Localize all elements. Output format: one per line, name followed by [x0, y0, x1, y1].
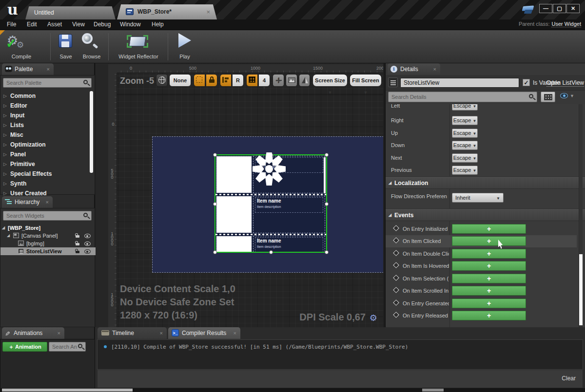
menu-edit[interactable]: Edit: [27, 21, 37, 28]
palette-category-common[interactable]: ▷Common: [0, 91, 92, 101]
resize-handle[interactable]: [269, 250, 273, 254]
close-icon[interactable]: ×: [160, 327, 163, 339]
preview-none-dropdown[interactable]: None: [169, 74, 191, 87]
widget-name-input[interactable]: [400, 78, 519, 88]
compiler-results-panel-tab[interactable]: >_ Compiler Results ×: [168, 327, 240, 339]
close-icon[interactable]: ×: [206, 4, 210, 19]
compile-log-line[interactable]: [2110,10] Compile of WBP_Store successfu…: [111, 344, 408, 350]
resize-handle[interactable]: [325, 250, 329, 254]
asset-tab-wbp-store[interactable]: WBP_Store* ×: [117, 4, 217, 19]
add-event-button[interactable]: +: [452, 261, 526, 271]
visibility-eye-icon[interactable]: [84, 234, 91, 238]
add-event-button[interactable]: +: [452, 224, 526, 234]
hierarchy-item-wbp-store[interactable]: ◢[WBP_Store]: [0, 224, 96, 232]
is-variable-checkbox[interactable]: ✓: [523, 79, 530, 86]
maximize-button[interactable]: ▢: [553, 4, 566, 13]
compile-button[interactable]: ⚙ ⚙ ✓ Compile: [5, 32, 38, 61]
add-event-button[interactable]: +: [452, 249, 526, 259]
visibility-eye-icon[interactable]: [84, 249, 91, 254]
nav-rule-dropdown[interactable]: Escape ▼: [452, 104, 478, 111]
menu-help[interactable]: Help: [152, 21, 164, 28]
asset-tab-untitled[interactable]: Untitled: [25, 6, 116, 19]
grid-snap-size-dropdown[interactable]: 4▾: [258, 74, 270, 87]
save-button[interactable]: Save: [55, 32, 77, 61]
lock-open-icon[interactable]: [75, 233, 80, 238]
lock-open-icon[interactable]: [75, 241, 80, 246]
details-scrollbar-thumb[interactable]: [579, 254, 583, 325]
play-button[interactable]: Play: [174, 32, 196, 61]
scrollbar-thumb[interactable]: [422, 389, 444, 392]
add-animation-button[interactable]: ＋ Animation: [2, 342, 47, 352]
open-listview-link[interactable]: Open ListView: [546, 79, 584, 87]
palette-category-panel[interactable]: ▷Panel: [0, 149, 92, 159]
scrollbar-thumb[interactable]: [2, 389, 133, 392]
nav-rule-dropdown[interactable]: Escape ▼: [452, 166, 478, 175]
close-icon[interactable]: ×: [433, 63, 436, 75]
add-event-button[interactable]: +: [452, 236, 526, 246]
nav-rule-dropdown[interactable]: Escape ▼: [452, 129, 478, 138]
design-canvas[interactable]: Item name Item description Item name Ite…: [117, 73, 383, 327]
property-matrix-button[interactable]: [541, 92, 555, 102]
palette-search-input[interactable]: [3, 78, 92, 88]
snap-grid-toggle-button[interactable]: [246, 74, 258, 87]
toggle-outlines-button[interactable]: [194, 74, 205, 87]
localization-section-header[interactable]: ◢ Localization: [386, 176, 585, 189]
palette-category-misc[interactable]: ▷Misc: [0, 130, 92, 140]
minimize-button[interactable]: —: [539, 4, 552, 13]
add-event-button[interactable]: +: [452, 299, 526, 308]
lock-open-icon[interactable]: [75, 249, 80, 254]
palette-category-editor[interactable]: ▷Editor: [0, 101, 92, 111]
lock-widgets-button[interactable]: [206, 74, 217, 87]
close-icon[interactable]: ×: [47, 63, 50, 75]
dpi-settings-gear-icon[interactable]: ⚙: [370, 313, 377, 323]
hierarchy-item-bgimg[interactable]: [bgImg]: [0, 240, 96, 247]
nav-rule-dropdown[interactable]: Escape ▼: [452, 116, 478, 125]
close-window-button[interactable]: ✕: [566, 4, 580, 13]
parent-class-value[interactable]: User Widget: [551, 21, 581, 27]
resize-handle[interactable]: [325, 153, 329, 157]
listview-scrollbar[interactable]: [324, 157, 326, 193]
menu-debug[interactable]: Debug: [94, 21, 111, 28]
list-entry[interactable]: Item name Item description: [215, 195, 326, 234]
palette-category-primitive[interactable]: ▷Primitive: [0, 159, 92, 169]
details-search-input[interactable]: [388, 92, 537, 102]
palette-category-lists[interactable]: ▷Lists: [0, 120, 92, 130]
fill-screen-dropdown[interactable]: Fill Screen ▼: [350, 74, 382, 87]
widget-reflector-button[interactable]: Widget Reflector: [113, 32, 164, 61]
hierarchy-item-storelistview[interactable]: StoreListView: [0, 247, 96, 255]
widget-anchor-button[interactable]: [273, 74, 284, 87]
respect-locks-button[interactable]: [220, 74, 232, 87]
timeline-panel-tab[interactable]: Timeline ×: [98, 327, 167, 339]
list-entry[interactable]: Item name Item description: [215, 235, 326, 252]
menu-file[interactable]: File: [7, 21, 16, 28]
hierarchy-panel-tab[interactable]: Hierarchy ×: [2, 196, 53, 208]
grid-origin-r-button[interactable]: R: [232, 74, 244, 87]
palette-panel-tab[interactable]: Palette ×: [2, 63, 54, 75]
hierarchy-search-input[interactable]: [3, 211, 92, 221]
palette-category-synth[interactable]: ▷Synth: [0, 179, 92, 188]
browse-button[interactable]: Browse: [79, 32, 104, 61]
clear-log-button[interactable]: Clear: [562, 375, 576, 382]
resize-handle[interactable]: [213, 153, 217, 157]
palette-category-optimization[interactable]: ▷Optimization: [0, 140, 92, 149]
close-icon[interactable]: ×: [46, 196, 49, 208]
add-event-button[interactable]: +: [452, 286, 526, 296]
palette-category-input[interactable]: ▷Input: [0, 111, 92, 120]
menu-window[interactable]: Window: [120, 21, 141, 28]
animations-panel-tab[interactable]: ✎ Animations ×: [2, 327, 64, 339]
resize-handle[interactable]: [213, 202, 217, 206]
palette-scrollbar[interactable]: [90, 91, 93, 173]
flip-preview-button[interactable]: [299, 74, 310, 87]
hierarchy-item-canvas-panel[interactable]: ◢ [Canvas Panel]: [0, 232, 96, 240]
flow-direction-dropdown[interactable]: Inherit▼: [452, 193, 504, 203]
add-event-button[interactable]: +: [452, 274, 526, 283]
details-panel-tab[interactable]: i Details ×: [388, 63, 440, 75]
screen-size-dropdown[interactable]: Screen Size ▼: [312, 74, 348, 87]
nav-rule-dropdown[interactable]: Escape ▼: [452, 153, 478, 163]
menu-view[interactable]: View: [72, 21, 85, 28]
add-event-button[interactable]: +: [452, 311, 526, 320]
close-icon[interactable]: ×: [58, 327, 60, 339]
preview-background-button[interactable]: [286, 74, 297, 87]
close-icon[interactable]: ×: [234, 327, 236, 339]
nav-rule-dropdown[interactable]: Escape ▼: [452, 141, 478, 150]
